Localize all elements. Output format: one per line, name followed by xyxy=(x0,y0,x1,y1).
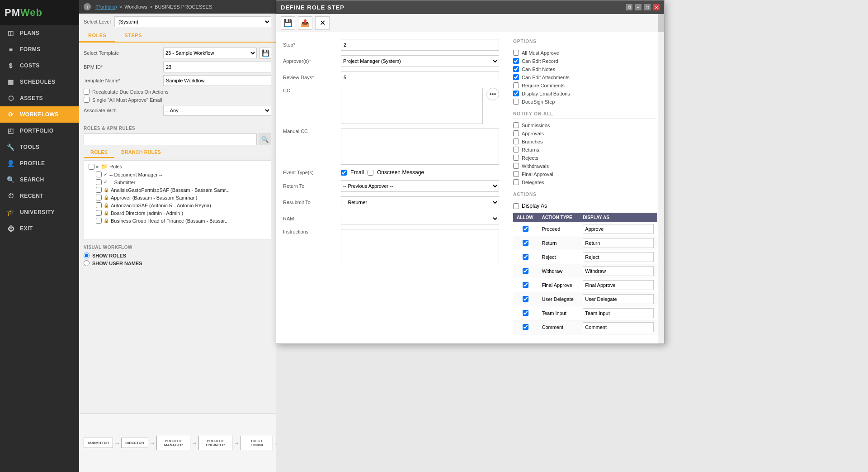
bpm-id-label: BPM ID* xyxy=(84,64,160,70)
template-select[interactable]: 23 - Sample Workflow xyxy=(163,48,257,58)
action-display-input[interactable] xyxy=(583,280,654,290)
modal-save-btn[interactable]: 💾 xyxy=(281,16,295,30)
tools-icon: 🔧 xyxy=(6,143,15,151)
select-level-dropdown[interactable]: (System) xyxy=(114,16,271,27)
submissions-checkbox[interactable] xyxy=(513,122,519,128)
tree-folder-checkbox[interactable] xyxy=(89,164,94,170)
sidebar-item-plans[interactable]: ◫ Plans xyxy=(0,25,79,41)
show-roles-radio[interactable] xyxy=(84,253,90,258)
tab-roles[interactable]: ROLES xyxy=(79,30,115,42)
modal-cancel-btn[interactable]: ✕ xyxy=(315,16,330,30)
recalculate-checkbox[interactable] xyxy=(84,89,90,95)
sub-tab-branch-rules[interactable]: BRANCH RULES xyxy=(114,147,168,158)
action-allow-checkbox[interactable] xyxy=(523,268,528,274)
show-user-names-radio[interactable] xyxy=(84,260,90,266)
cc-more-btn[interactable]: ••• xyxy=(486,88,499,100)
action-allow-checkbox[interactable] xyxy=(523,282,528,288)
template-name-input[interactable] xyxy=(163,75,271,86)
single-email-checkbox[interactable] xyxy=(84,97,90,103)
branches-checkbox[interactable] xyxy=(513,138,519,144)
review-days-input[interactable] xyxy=(341,72,499,83)
sidebar-item-schedules[interactable]: ▦ Schedules xyxy=(0,74,79,90)
modal-minimize-btn[interactable]: − xyxy=(635,4,642,10)
approver-select[interactable]: Project Manager (System) xyxy=(341,55,499,67)
sidebar-item-exit[interactable]: ⏻ Exit xyxy=(0,220,79,237)
action-allow-checkbox[interactable] xyxy=(523,226,528,232)
display-email-buttons-checkbox[interactable] xyxy=(513,91,519,96)
action-allow-checkbox[interactable] xyxy=(523,324,528,330)
delegates-checkbox[interactable] xyxy=(513,179,519,185)
all-must-approve-checkbox[interactable] xyxy=(513,50,519,56)
rejects-checkbox[interactable] xyxy=(513,155,519,161)
action-allow-checkbox[interactable] xyxy=(523,254,528,260)
modal-close-btn[interactable]: ✕ xyxy=(653,4,660,10)
manual-cc-textarea[interactable] xyxy=(341,129,499,165)
action-allow-checkbox[interactable] xyxy=(523,240,528,246)
tree-item-checkbox[interactable] xyxy=(96,210,102,216)
tree-item-checkbox[interactable] xyxy=(96,172,102,177)
sidebar-item-recent[interactable]: ⏱ Recent xyxy=(0,188,79,204)
action-display-input[interactable] xyxy=(583,322,654,332)
action-display-input[interactable] xyxy=(583,266,654,276)
sidebar-item-costs[interactable]: $ Costs xyxy=(0,57,79,74)
action-allow-checkbox[interactable] xyxy=(523,296,528,302)
roles-search-input[interactable] xyxy=(84,133,257,145)
sub-tab-roles[interactable]: ROLES xyxy=(84,147,114,158)
scrollbar-thumb[interactable] xyxy=(658,14,664,32)
can-edit-record-checkbox[interactable] xyxy=(513,58,519,64)
modal-export-btn[interactable]: 📤 xyxy=(298,16,312,30)
modal-maximize-btn[interactable]: □ xyxy=(644,4,651,10)
require-comments-checkbox[interactable] xyxy=(513,82,519,88)
returns-checkbox[interactable] xyxy=(513,147,519,153)
cc-textarea[interactable] xyxy=(341,88,483,124)
can-edit-notes-checkbox[interactable] xyxy=(513,66,519,72)
opt-final-approval: Final Approval xyxy=(513,171,657,177)
opt-can-edit-notes: Can Edit Notes xyxy=(513,66,657,72)
resubmit-to-select[interactable]: -- Returner -- xyxy=(341,196,499,208)
docusign-step-checkbox[interactable] xyxy=(513,99,519,105)
sidebar-item-profile[interactable]: 👤 Profile xyxy=(0,155,79,172)
action-type-cell: Reject xyxy=(538,250,579,264)
sidebar-item-search[interactable]: 🔍 Search xyxy=(0,172,79,188)
display-as-checkbox[interactable] xyxy=(513,203,519,209)
sidebar-item-forms[interactable]: ≡ Forms xyxy=(0,41,79,57)
associate-select[interactable]: -- Any -- xyxy=(163,105,271,116)
ram-select[interactable] xyxy=(341,213,499,224)
action-display-input[interactable] xyxy=(583,238,654,248)
return-to-select[interactable]: -- Previous Approver -- xyxy=(341,180,499,192)
sidebar-item-portfolio[interactable]: ◰ Portfolio xyxy=(0,123,79,139)
bpm-id-input[interactable] xyxy=(163,62,271,72)
tab-steps[interactable]: STEPS xyxy=(115,30,151,42)
tree-item-checkbox[interactable] xyxy=(96,179,102,185)
modal-title: DEFINE ROLE STEP xyxy=(281,4,344,11)
tree-item-checkbox[interactable] xyxy=(96,187,102,193)
can-edit-attachments-checkbox[interactable] xyxy=(513,74,519,80)
tree-item-checkbox[interactable] xyxy=(96,218,102,224)
rejects-label: Rejects xyxy=(522,155,538,161)
onscreen-checkbox[interactable] xyxy=(368,170,373,176)
approvals-checkbox[interactable] xyxy=(513,130,519,136)
logo-slash: Web xyxy=(20,7,42,18)
modal-scrollbar[interactable] xyxy=(658,14,664,343)
action-display-input[interactable] xyxy=(583,308,654,318)
email-checkbox[interactable] xyxy=(341,170,347,176)
sidebar-item-assets[interactable]: ⬡ Assets xyxy=(0,90,79,106)
tree-item-checkbox[interactable] xyxy=(96,195,102,200)
final-approval-checkbox[interactable] xyxy=(513,171,519,177)
sidebar-item-university[interactable]: 🎓 University xyxy=(0,204,79,220)
save-template-btn[interactable]: 💾 xyxy=(259,47,271,59)
action-display-input[interactable] xyxy=(583,294,654,304)
withdrawals-checkbox[interactable] xyxy=(513,163,519,169)
action-display-input[interactable] xyxy=(583,252,654,262)
instructions-textarea[interactable] xyxy=(341,229,499,265)
search-button[interactable]: 🔍 xyxy=(259,133,271,145)
sidebar-item-workflows[interactable]: ⟳ Workflows xyxy=(0,106,79,123)
tree-item-checkbox[interactable] xyxy=(96,202,102,208)
action-allow-checkbox[interactable] xyxy=(523,310,528,316)
breadcrumb-portfolio[interactable]: (Portfolio) xyxy=(95,4,117,10)
info-icon[interactable]: i xyxy=(84,3,91,10)
sidebar-item-tools[interactable]: 🔧 Tools xyxy=(0,139,79,155)
action-display-input[interactable] xyxy=(583,224,654,234)
modal-restore-btn[interactable]: ⧉ xyxy=(626,4,632,10)
step-input[interactable] xyxy=(341,39,499,51)
